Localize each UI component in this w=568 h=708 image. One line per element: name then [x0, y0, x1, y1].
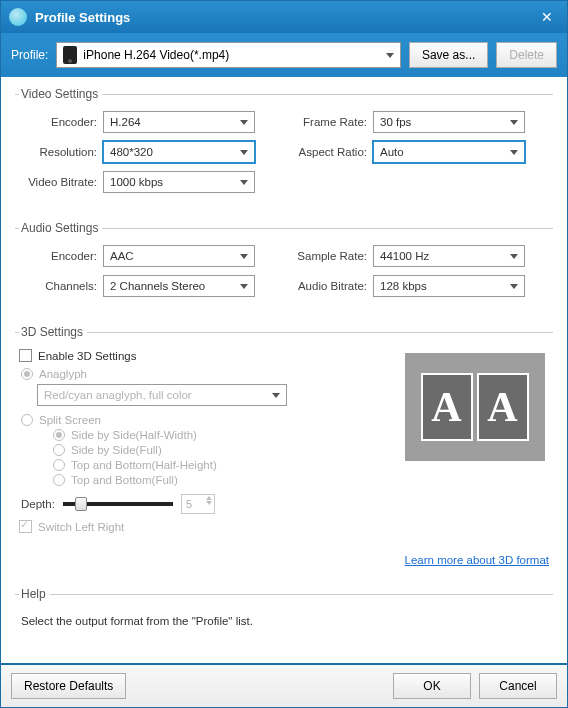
anaglyph-label: Anaglyph [39, 368, 87, 380]
enable-3d-label: Enable 3D Settings [38, 350, 136, 362]
sbs-half-label: Side by Side(Half-Width) [71, 429, 197, 441]
app-icon [9, 8, 27, 26]
depth-slider[interactable] [63, 502, 173, 506]
spinner-up-icon [206, 496, 212, 500]
channels-dropdown[interactable]: 2 Channels Stereo [103, 275, 255, 297]
chevron-down-icon [240, 180, 248, 185]
framerate-dropdown[interactable]: 30 fps [373, 111, 525, 133]
audio-bitrate-dropdown[interactable]: 128 kbps [373, 275, 525, 297]
chevron-down-icon [240, 254, 248, 259]
3d-settings-group: 3D Settings Enable 3D Settings Anaglyph … [15, 325, 553, 581]
slider-thumb[interactable] [75, 497, 87, 511]
tb-full-label: Top and Bottom(Full) [71, 474, 178, 486]
sbs-half-radio [53, 429, 65, 441]
sbs-full-radio [53, 444, 65, 456]
chevron-down-icon [510, 284, 518, 289]
sbs-full-label: Side by Side(Full) [71, 444, 162, 456]
help-legend: Help [19, 587, 50, 601]
close-button[interactable]: ✕ [535, 5, 559, 29]
chevron-down-icon [240, 150, 248, 155]
video-settings-group: Video Settings Encoder: H.264 Frame Rate… [15, 87, 553, 215]
split-screen-label: Split Screen [39, 414, 101, 426]
chevron-down-icon [272, 393, 280, 398]
resolution-dropdown[interactable]: 480*320 [103, 141, 255, 163]
switch-lr-checkbox [19, 520, 32, 533]
depth-label: Depth: [21, 498, 55, 510]
chevron-down-icon [240, 284, 248, 289]
channels-label: Channels: [19, 280, 97, 292]
preview-glyph-right: A [477, 373, 529, 441]
footer-bar: Restore Defaults OK Cancel [1, 663, 567, 707]
video-legend: Video Settings [19, 87, 102, 101]
window-title: Profile Settings [35, 10, 535, 25]
audio-bitrate-label: Audio Bitrate: [285, 280, 367, 292]
content-area: Video Settings Encoder: H.264 Frame Rate… [1, 77, 567, 663]
video-encoder-label: Encoder: [19, 116, 97, 128]
audio-settings-group: Audio Settings Encoder: AAC Sample Rate:… [15, 221, 553, 319]
tb-half-label: Top and Bottom(Half-Height) [71, 459, 217, 471]
3d-preview: A A [405, 353, 545, 461]
restore-defaults-button[interactable]: Restore Defaults [11, 673, 126, 699]
preview-glyph-left: A [421, 373, 473, 441]
audio-legend: Audio Settings [19, 221, 102, 235]
profile-value: iPhone H.264 Video(*.mp4) [83, 48, 386, 62]
resolution-label: Resolution: [19, 146, 97, 158]
chevron-down-icon [510, 254, 518, 259]
cancel-button[interactable]: Cancel [479, 673, 557, 699]
audio-encoder-dropdown[interactable]: AAC [103, 245, 255, 267]
framerate-label: Frame Rate: [285, 116, 367, 128]
delete-button: Delete [496, 42, 557, 68]
device-icon [63, 46, 77, 64]
3d-legend: 3D Settings [19, 325, 87, 339]
chevron-down-icon [386, 53, 394, 58]
profile-label: Profile: [11, 48, 48, 62]
anaglyph-mode-dropdown: Red/cyan anaglyph, full color [37, 384, 287, 406]
profile-dropdown[interactable]: iPhone H.264 Video(*.mp4) [56, 42, 401, 68]
tb-full-radio [53, 474, 65, 486]
learn-more-link[interactable]: Learn more about 3D format [405, 554, 549, 566]
chevron-down-icon [510, 120, 518, 125]
ok-button[interactable]: OK [393, 673, 471, 699]
video-bitrate-label: Video Bitrate: [19, 176, 97, 188]
chevron-down-icon [510, 150, 518, 155]
help-text: Select the output format from the "Profi… [19, 611, 549, 631]
split-screen-radio [21, 414, 33, 426]
enable-3d-checkbox[interactable] [19, 349, 32, 362]
samplerate-label: Sample Rate: [285, 250, 367, 262]
anaglyph-radio [21, 368, 33, 380]
profile-settings-window: Profile Settings ✕ Profile: iPhone H.264… [0, 0, 568, 708]
video-bitrate-dropdown[interactable]: 1000 kbps [103, 171, 255, 193]
chevron-down-icon [240, 120, 248, 125]
audio-encoder-label: Encoder: [19, 250, 97, 262]
aspect-ratio-dropdown[interactable]: Auto [373, 141, 525, 163]
tb-half-radio [53, 459, 65, 471]
help-group: Help Select the output format from the "… [15, 587, 553, 645]
spinner-down-icon [206, 501, 212, 505]
titlebar: Profile Settings ✕ [1, 1, 567, 33]
video-encoder-dropdown[interactable]: H.264 [103, 111, 255, 133]
aspect-ratio-label: Aspect Ratio: [285, 146, 367, 158]
save-as-button[interactable]: Save as... [409, 42, 488, 68]
depth-spinner: 5 [181, 494, 215, 514]
samplerate-dropdown[interactable]: 44100 Hz [373, 245, 525, 267]
profile-toolbar: Profile: iPhone H.264 Video(*.mp4) Save … [1, 33, 567, 77]
switch-lr-label: Switch Left Right [38, 521, 124, 533]
